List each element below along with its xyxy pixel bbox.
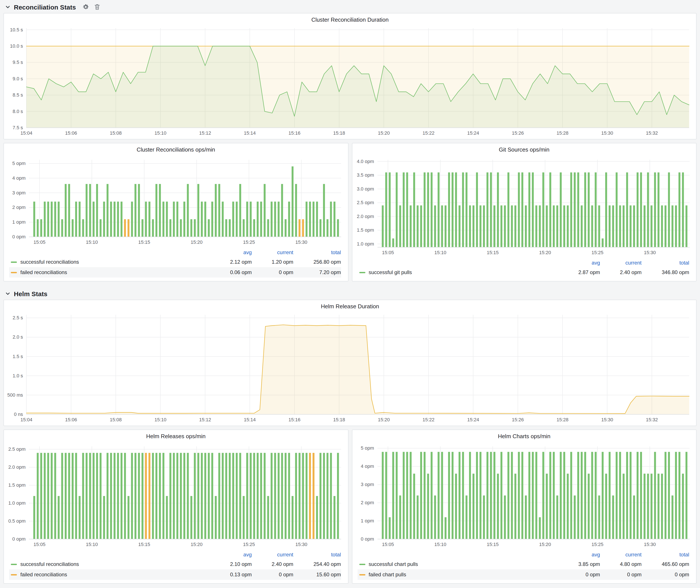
series-name[interactable]: failed reconciliations xyxy=(20,269,67,275)
svg-text:15:30: 15:30 xyxy=(295,239,307,245)
current-value: 4.80 opm xyxy=(600,561,642,567)
legend-col-current[interactable]: current xyxy=(600,552,642,558)
svg-text:2 opm: 2 opm xyxy=(12,205,26,210)
legend-row: failed reconciliations 0.06 opm 0 opm 7.… xyxy=(9,267,341,278)
svg-text:3 opm: 3 opm xyxy=(12,190,26,195)
series-name[interactable]: failed chart pulls xyxy=(369,572,406,578)
current-value: 0 opm xyxy=(252,269,293,275)
svg-text:7.5 s: 7.5 s xyxy=(13,125,23,130)
svg-text:1 opm: 1 opm xyxy=(12,219,26,225)
svg-text:2 opm: 2 opm xyxy=(361,500,374,505)
helm-release-duration-chart[interactable]: 0 ns500 ms1.0 s1.5 s2.0 s2.5 s15:0415:06… xyxy=(4,312,696,426)
panel-cluster-reconciliation-duration: Cluster Reconciliation Duration 7.5 s8.0… xyxy=(3,13,697,139)
legend-col-avg[interactable]: avg xyxy=(558,552,600,558)
svg-text:2.0 opm: 2.0 opm xyxy=(357,214,374,219)
cluster-reconciliations-chart[interactable]: 0 opm1 opm2 opm3 opm4 opm5 opm15:0515:10… xyxy=(4,155,348,248)
chevron-down-icon[interactable] xyxy=(5,291,10,296)
legend-col-total[interactable]: total xyxy=(293,249,341,255)
svg-text:15:14: 15:14 xyxy=(244,417,256,422)
svg-text:15:15: 15:15 xyxy=(487,542,498,547)
svg-text:15:20: 15:20 xyxy=(191,542,203,547)
panel-title[interactable]: Git Sources ops/min xyxy=(352,143,696,155)
chevron-down-icon[interactable] xyxy=(5,4,10,10)
panel-title[interactable]: Cluster Reconciliation Duration xyxy=(4,13,696,26)
svg-text:15:25: 15:25 xyxy=(243,542,255,547)
svg-text:15:14: 15:14 xyxy=(244,130,256,136)
legend-col-total[interactable]: total xyxy=(642,260,689,266)
legend-col-current[interactable]: current xyxy=(252,552,293,558)
avg-value: 2.10 opm xyxy=(210,561,252,567)
svg-text:9.5 s: 9.5 s xyxy=(13,60,23,65)
svg-text:3 opm: 3 opm xyxy=(361,482,374,487)
svg-text:9.0 s: 9.0 s xyxy=(13,76,23,81)
total-value: 0 opm xyxy=(642,572,689,578)
total-value: 465.60 opm xyxy=(642,561,689,567)
section-title[interactable]: Helm Stats xyxy=(14,290,47,297)
svg-text:15:28: 15:28 xyxy=(556,130,568,136)
current-value: 2.40 opm xyxy=(600,269,642,275)
panel-title[interactable]: Helm Charts ops/min xyxy=(352,430,696,442)
helm-releases-chart[interactable]: 0 opm0.5 opm1.0 opm1.5 opm2.0 opm2.5 opm… xyxy=(4,442,348,550)
panel-title[interactable]: Helm Releases ops/min xyxy=(4,430,348,442)
series-marker-green xyxy=(11,564,17,565)
section-helm-stats[interactable]: Helm Stats xyxy=(0,287,700,300)
svg-text:15:10: 15:10 xyxy=(86,542,98,547)
legend-col-avg[interactable]: avg xyxy=(558,260,600,266)
series-marker-green xyxy=(359,272,365,273)
legend-col-current[interactable]: current xyxy=(252,249,293,255)
svg-text:0 ns: 0 ns xyxy=(14,412,23,417)
svg-text:15:20: 15:20 xyxy=(539,542,551,547)
svg-text:15:30: 15:30 xyxy=(295,542,307,547)
legend-col-total[interactable]: total xyxy=(293,552,341,558)
svg-text:4 opm: 4 opm xyxy=(12,175,26,181)
svg-text:15:10: 15:10 xyxy=(434,542,446,547)
series-name[interactable]: successful chart pulls xyxy=(369,561,418,567)
svg-text:2.0 s: 2.0 s xyxy=(13,334,23,340)
section-title[interactable]: Reconciliation Stats xyxy=(14,3,76,11)
panel-title[interactable]: Helm Release Duration xyxy=(4,300,696,312)
panel-cluster-reconciliations: Cluster Reconciliations ops/min 0 opm1 o… xyxy=(3,143,348,281)
legend-header: avg current total xyxy=(9,550,341,559)
svg-text:8.5 s: 8.5 s xyxy=(13,92,23,98)
svg-text:10.0 s: 10.0 s xyxy=(10,43,23,49)
legend: avg current total successful chart pulls… xyxy=(352,550,696,583)
git-sources-chart[interactable]: 1.0 opm1.5 opm2.0 opm2.5 opm3.0 opm3.5 o… xyxy=(352,155,696,258)
trash-icon[interactable] xyxy=(93,3,101,11)
legend-col-current[interactable]: current xyxy=(600,260,642,266)
current-value: 0 opm xyxy=(252,572,293,578)
series-name[interactable]: failed reconciliations xyxy=(20,572,67,578)
svg-text:15:04: 15:04 xyxy=(20,417,32,422)
svg-text:15:10: 15:10 xyxy=(155,130,166,136)
cluster-reconciliation-duration-chart[interactable]: 7.5 s8.0 s8.5 s9.0 s9.5 s10.0 s10.5 s15:… xyxy=(4,26,696,139)
series-name[interactable]: successful git pulls xyxy=(369,269,412,275)
svg-text:1.5 s: 1.5 s xyxy=(13,354,23,359)
svg-text:15:30: 15:30 xyxy=(644,250,656,255)
total-value: 256.80 opm xyxy=(293,259,341,265)
svg-text:15:26: 15:26 xyxy=(512,417,524,422)
svg-text:15:10: 15:10 xyxy=(434,250,446,255)
panel-helm-release-duration: Helm Release Duration 0 ns500 ms1.0 s1.5… xyxy=(3,300,697,426)
series-name[interactable]: successful reconciliations xyxy=(20,259,79,265)
series-marker-orange xyxy=(359,574,365,575)
legend-col-avg[interactable]: avg xyxy=(210,249,252,255)
legend-col-total[interactable]: total xyxy=(642,552,689,558)
svg-text:15:15: 15:15 xyxy=(138,239,150,245)
avg-value: 0.13 opm xyxy=(210,572,252,578)
svg-text:15:30: 15:30 xyxy=(601,417,613,422)
avg-value: 0.06 opm xyxy=(210,269,252,275)
helm-charts-chart[interactable]: 0 opm1 opm2 opm3 opm4 opm5 opm15:0515:10… xyxy=(352,442,696,550)
total-value: 346.80 opm xyxy=(642,269,689,275)
svg-text:1.0 opm: 1.0 opm xyxy=(357,241,374,247)
legend: avg current total successful git pulls 2… xyxy=(352,258,696,281)
legend-row: failed chart pulls 0 opm 0 opm 0 opm xyxy=(357,569,689,580)
series-marker-green xyxy=(359,564,365,565)
svg-text:15:32: 15:32 xyxy=(646,130,658,136)
section-reconciliation-stats[interactable]: Reconciliation Stats xyxy=(0,0,700,13)
gear-icon[interactable] xyxy=(82,3,90,11)
panel-title[interactable]: Cluster Reconciliations ops/min xyxy=(4,143,348,155)
svg-text:1.5 opm: 1.5 opm xyxy=(357,227,374,233)
svg-text:15:20: 15:20 xyxy=(539,250,551,255)
series-name[interactable]: successful reconciliations xyxy=(20,561,79,567)
legend-col-avg[interactable]: avg xyxy=(210,552,252,558)
svg-text:2.5 s: 2.5 s xyxy=(13,315,23,320)
